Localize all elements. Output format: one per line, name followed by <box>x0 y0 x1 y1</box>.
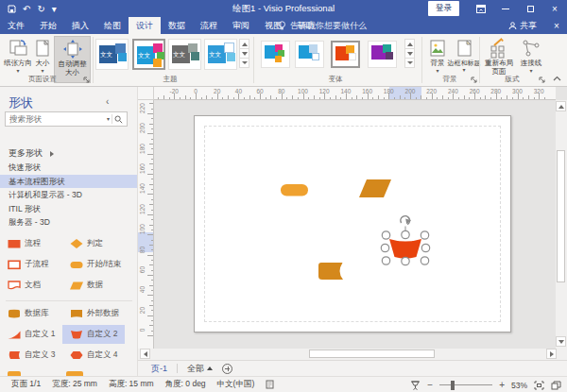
tab-data[interactable]: 数据 <box>161 17 193 34</box>
stencil-itil-shapes[interactable]: ITIL 形状 <box>0 202 138 216</box>
stencil-quick-shapes[interactable]: 快速形状 <box>0 161 138 175</box>
status-indicator-icon[interactable] <box>266 380 274 389</box>
rotation-handle-icon[interactable] <box>401 216 411 225</box>
share-button[interactable]: 共享 <box>503 20 542 32</box>
gallery-item-theme-3[interactable]: 文文 <box>168 39 201 70</box>
switch-windows-icon[interactable] <box>551 381 561 390</box>
vertical-scrollbar[interactable] <box>556 100 567 349</box>
shape-item-custom-1[interactable]: 自定义 1 <box>0 325 62 344</box>
search-options-icon[interactable]: ▾ <box>107 116 110 122</box>
close-drawing-button[interactable]: × <box>546 21 567 31</box>
scroll-up-icon[interactable] <box>556 101 566 111</box>
stencil-computers-monitors-3d[interactable]: 计算机和显示器 - 3D <box>0 188 138 202</box>
search-icon[interactable] <box>114 115 123 124</box>
vertical-scroll-thumb[interactable] <box>557 150 565 282</box>
canvas-shape-data[interactable] <box>359 179 391 197</box>
scroll-right-icon[interactable] <box>546 349 557 359</box>
presentation-mode-icon[interactable] <box>410 381 421 390</box>
shape-item-subprocess[interactable]: 子流程 <box>0 255 62 274</box>
tab-design[interactable]: 设计 <box>129 17 161 34</box>
stencil-servers-3d[interactable]: 服务器 - 3D <box>0 215 138 230</box>
tab-file[interactable]: 文件 <box>0 17 32 34</box>
scroll-left-icon[interactable] <box>140 349 150 359</box>
h-ruler-label: 0 <box>194 88 198 94</box>
shape-item-document[interactable]: 文档 <box>0 276 62 295</box>
status-angle[interactable]: 角度: 0 deg <box>165 379 206 390</box>
shape-item-decision[interactable]: 判定 <box>62 234 125 253</box>
restore-button[interactable] <box>518 0 542 17</box>
layout-dialog-launcher[interactable] <box>539 77 546 84</box>
gallery-item-theme-2[interactable]: 文文 <box>132 39 165 70</box>
variant-gallery-more-icon[interactable] <box>404 58 415 68</box>
more-shapes-button[interactable]: 更多形状 <box>9 147 54 160</box>
zoom-out-button[interactable]: − <box>427 381 433 390</box>
stencil-basic-flowchart[interactable]: 基本流程图形状 <box>0 175 138 189</box>
shape-item-external-data[interactable]: 外部数据 <box>62 304 125 323</box>
tab-insert[interactable]: 插入 <box>64 17 96 34</box>
gallery-item-theme-1[interactable]: 文文 <box>95 39 129 70</box>
canvas-shape-start-end[interactable] <box>281 184 308 196</box>
connectors-button[interactable]: 连接线 ▾ <box>518 36 544 74</box>
size-button[interactable]: 大小 ▾ <box>32 36 53 74</box>
v-ruler-tick <box>147 113 153 114</box>
close-button[interactable]: × <box>542 0 567 17</box>
gallery-item-theme-4[interactable]: 文文 <box>204 39 237 70</box>
ribbon-display-options-icon[interactable] <box>469 0 493 17</box>
gallery-item-variant-2[interactable] <box>295 41 324 68</box>
zoom-slider-thumb[interactable] <box>451 381 455 390</box>
status-height[interactable]: 高度: 15 mm <box>109 379 154 390</box>
h-ruler-tick <box>201 97 202 100</box>
redo-icon[interactable]: ↻ <box>37 4 44 14</box>
drawing-area[interactable] <box>154 100 556 349</box>
tab-process[interactable]: 流程 <box>193 17 225 34</box>
status-page-number[interactable]: 页面 1/1 <box>11 379 41 390</box>
shape-item-custom-4[interactable]: 自定义 4 <box>62 346 125 365</box>
background-dialog-launcher[interactable] <box>471 77 478 84</box>
page-setup-dialog-launcher[interactable] <box>83 77 91 84</box>
gallery-item-variant-4[interactable] <box>368 41 397 68</box>
tab-draw[interactable]: 绘图 <box>96 17 129 34</box>
new-page-button[interactable] <box>222 364 232 374</box>
gallery-item-variant-1[interactable] <box>261 41 290 68</box>
all-pages-button[interactable]: 全部 <box>187 363 213 375</box>
canvas-shape-custom-3[interactable] <box>318 263 343 280</box>
borders-titles-button[interactable]: 边框和标题 ▾ <box>450 36 478 73</box>
shape-item-process[interactable]: 流程 <box>0 234 62 253</box>
minimize-button[interactable] <box>493 0 518 17</box>
status-language[interactable]: 中文(中国) <box>217 379 255 390</box>
gallery-item-variant-3[interactable] <box>331 41 360 68</box>
zoom-percentage[interactable]: 53% <box>511 381 527 390</box>
variant-1-swatch <box>275 56 282 62</box>
shape-item-data[interactable]: 数据 <box>62 276 125 295</box>
background-button[interactable]: 背景 ▾ <box>425 36 450 74</box>
scroll-down-icon[interactable] <box>556 336 566 347</box>
tell-me-box[interactable]: 告诉我你想要做什么 <box>278 20 367 32</box>
zoom-slider[interactable] <box>439 384 492 385</box>
shape-item-custom-3[interactable]: 自定义 3 <box>0 346 62 365</box>
sign-in-button[interactable]: 登录 <box>428 1 459 16</box>
v-ruler-label: 200 <box>139 119 146 138</box>
shape-item-database[interactable]: 数据库 <box>0 304 62 323</box>
shape-item-label: 自定义 4 <box>87 349 118 361</box>
theme-gallery-more-icon[interactable] <box>239 58 249 68</box>
tab-review[interactable]: 审阅 <box>225 17 257 34</box>
horizontal-scroll-thumb[interactable] <box>309 349 435 358</box>
tab-home[interactable]: 开始 <box>32 17 64 34</box>
shape-item-start-end[interactable]: 开始/结束 <box>62 255 125 274</box>
page-tab-1[interactable]: 页-1 <box>151 363 167 375</box>
save-icon[interactable] <box>8 5 16 13</box>
shape-item-custom-2[interactable]: 自定义 2 <box>62 325 125 344</box>
h-ruler-label: 200 <box>405 88 416 94</box>
collapse-shapes-panel-icon[interactable]: ‹ <box>106 96 109 107</box>
horizontal-scrollbar[interactable] <box>138 349 567 360</box>
fit-page-to-window-icon[interactable] <box>534 381 544 390</box>
v-ruler-tick <box>149 225 153 226</box>
paper-orientation-button[interactable]: 纸张方向 ▾ <box>4 36 32 74</box>
canvas-shape-custom-2-selected[interactable] <box>389 239 421 259</box>
collapse-ribbon-icon[interactable] <box>553 76 561 81</box>
shape-search-input[interactable] <box>6 114 107 124</box>
undo-icon[interactable]: ↶ <box>23 4 30 14</box>
zoom-in-button[interactable]: + <box>499 381 505 390</box>
status-width[interactable]: 宽度: 25 mm <box>52 379 97 390</box>
customize-qat-icon[interactable]: ▾ <box>52 4 57 14</box>
